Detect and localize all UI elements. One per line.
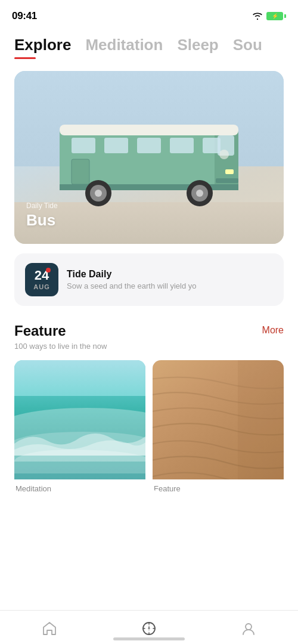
feature-cards: Meditation Feature [14,360,284,493]
bus-illustration [48,95,250,214]
svg-point-19 [219,150,229,159]
svg-rect-2 [60,125,238,135]
svg-point-29 [246,624,252,630]
ocean-scene [14,360,145,479]
feature-card-meditation[interactable]: Meditation [14,360,145,493]
feature-more-button[interactable]: More [262,325,284,336]
status-time: 09:41 [12,10,37,22]
svg-rect-11 [72,159,89,184]
feature-header: Feature More [14,323,284,339]
tide-text: Tide Daily Sow a seed and the earth will… [67,269,197,290]
tab-explore[interactable]: Explore [14,36,71,59]
svg-marker-28 [148,628,150,632]
tide-name: Tide Daily [67,269,197,280]
svg-point-18 [196,190,203,197]
svg-rect-9 [225,169,234,174]
hero-title: Bus [26,211,58,230]
tab-sleep[interactable]: Sleep [177,36,218,59]
profile-icon [240,620,257,637]
svg-rect-5 [137,138,161,153]
compass-icon [141,620,157,637]
home-icon [41,620,58,637]
tide-description: Sow a seed and the earth will yield yo [67,281,197,290]
feature-subtitle: 100 ways to live in the now [14,342,284,351]
svg-point-15 [95,190,102,197]
svg-rect-20 [238,360,284,479]
tab-navigation: Explore Meditation Sleep Sou [0,30,298,59]
feature-card-label-feature: Feature [153,484,284,493]
wifi-icon [252,12,263,20]
feature-card-feature[interactable]: Feature [153,360,284,493]
sand-scene [153,360,284,479]
home-indicator [113,637,185,640]
svg-rect-3 [72,138,95,153]
hero-section: Daily Tide Bus [0,59,298,244]
tab-meditation[interactable]: Meditation [85,36,163,59]
svg-rect-10 [216,178,238,183]
ocean-sky [14,360,145,396]
ocean-foam-svg [14,420,145,456]
svg-marker-27 [148,625,150,628]
tide-section: 24 AUG Tide Daily Sow a seed and the ear… [0,244,298,306]
hero-sublabel: Daily Tide [26,202,58,210]
svg-rect-6 [170,138,194,153]
feature-card-label-meditation: Meditation [14,484,145,493]
tab-sound[interactable]: Sou [233,36,262,59]
battery-icon: ⚡ [266,12,286,20]
nav-item-profile[interactable] [228,618,269,639]
hero-card[interactable]: Daily Tide Bus [14,71,284,244]
tide-date: 24 [35,269,49,282]
feature-title: Feature [14,323,66,339]
sand-lines-svg [153,360,284,479]
svg-rect-4 [104,138,128,153]
tide-card[interactable]: 24 AUG Tide Daily Sow a seed and the ear… [14,253,284,306]
nav-item-home[interactable] [29,618,70,639]
tide-month: AUG [33,283,49,290]
hero-label: Daily Tide Bus [26,202,58,230]
feature-section: Feature More 100 ways to live in the now… [0,306,298,493]
tide-red-dot [46,268,51,273]
tide-icon: 24 AUG [25,263,58,296]
status-icons: ⚡ [252,12,286,20]
nav-item-compass[interactable] [129,618,169,639]
status-bar: 09:41 ⚡ [0,0,298,30]
